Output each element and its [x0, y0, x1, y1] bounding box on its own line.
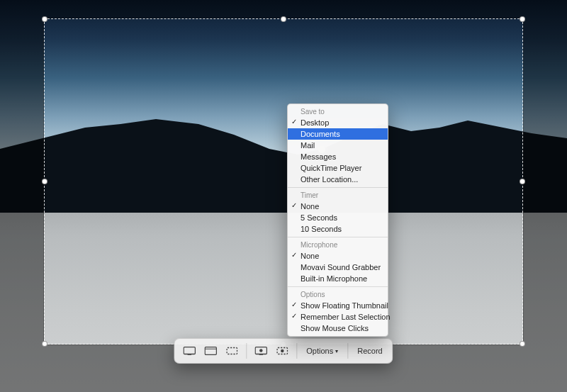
- menu-item[interactable]: QuickTime Player: [288, 162, 388, 174]
- menu-item-label: Show Floating Thumbnail: [301, 301, 388, 310]
- dim-overlay-right: [523, 18, 567, 345]
- svg-rect-2: [184, 347, 195, 354]
- desktop-wallpaper: Options ▾ Record Save to✓DesktopDocument…: [0, 0, 567, 392]
- dim-overlay-left: [0, 18, 44, 345]
- svg-rect-9: [259, 354, 263, 355]
- menu-item-label: None: [301, 202, 319, 211]
- handle-sw[interactable]: [42, 341, 47, 347]
- menu-item[interactable]: Built-in Microphone: [288, 273, 388, 284]
- check-icon: ✓: [291, 311, 297, 321]
- menu-section-header: Save to: [288, 106, 388, 117]
- record-screen-icon: [254, 346, 267, 356]
- menu-section-header: Microphone: [288, 240, 388, 250]
- menu-section-header: Timer: [288, 190, 388, 201]
- menu-item[interactable]: ✓None: [288, 201, 388, 212]
- options-button[interactable]: Options ▾: [301, 341, 344, 361]
- menu-item[interactable]: ✓Desktop: [288, 117, 388, 128]
- menu-item-label: 10 Seconds: [301, 225, 342, 233]
- menu-section-header: Options: [288, 289, 388, 300]
- chevron-down-icon: ▾: [335, 348, 338, 354]
- menu-item-label: QuickTime Player: [301, 164, 361, 172]
- record-label: Record: [357, 347, 382, 355]
- menu-item-label: Built-in Microphone: [301, 274, 367, 283]
- menu-item-label: Remember Last Selection: [301, 313, 391, 321]
- capture-entire-screen-button[interactable]: [179, 341, 199, 361]
- menu-item-label: Messages: [301, 152, 336, 161]
- toolbar-separator: [296, 343, 297, 359]
- screenshot-toolbar: Options ▾ Record: [174, 338, 393, 364]
- handle-ne[interactable]: [520, 16, 525, 22]
- options-menu: Save to✓DesktopDocumentsMailMessagesQuic…: [287, 103, 388, 337]
- menu-item[interactable]: Other Location...: [288, 174, 388, 185]
- menu-item-label: None: [301, 252, 319, 260]
- record-selected-portion-button[interactable]: [272, 341, 292, 361]
- menu-item-label: 5 Seconds: [301, 213, 337, 222]
- check-icon: ✓: [291, 201, 297, 211]
- options-label: Options: [306, 347, 333, 355]
- menu-item[interactable]: ✓Show Floating Thumbnail: [288, 300, 388, 311]
- toolbar-separator: [246, 343, 247, 359]
- menu-item[interactable]: Documents: [288, 128, 388, 140]
- handle-e[interactable]: [520, 179, 525, 184]
- check-icon: ✓: [291, 250, 297, 260]
- record-portion-icon: [276, 346, 288, 356]
- menu-separator: [288, 237, 388, 237]
- menu-item-label: Mail: [301, 141, 315, 150]
- menu-item-label: Show Mouse Clicks: [301, 324, 369, 332]
- svg-rect-6: [227, 348, 237, 354]
- capture-selected-window-button[interactable]: [201, 341, 220, 361]
- selected-portion-icon: [225, 346, 238, 356]
- handle-n[interactable]: [281, 16, 286, 22]
- menu-item[interactable]: 5 Seconds: [288, 212, 388, 223]
- entire-screen-icon: [183, 346, 196, 356]
- menu-item[interactable]: ✓None: [288, 250, 388, 262]
- selected-window-icon: [204, 346, 217, 356]
- menu-item[interactable]: Movavi Sound Grabber: [288, 262, 388, 273]
- capture-selected-portion-button[interactable]: [222, 341, 242, 361]
- menu-separator: [288, 286, 388, 287]
- toolbar-separator: [347, 343, 348, 359]
- menu-item-label: Movavi Sound Grabber: [301, 263, 381, 271]
- svg-point-8: [259, 349, 263, 352]
- svg-point-11: [281, 349, 284, 353]
- menu-item-label: Desktop: [301, 118, 329, 127]
- svg-rect-3: [188, 354, 191, 355]
- check-icon: ✓: [291, 300, 297, 310]
- menu-item[interactable]: Messages: [288, 151, 388, 162]
- menu-separator: [288, 187, 388, 188]
- menu-item[interactable]: Mail: [288, 140, 388, 151]
- capture-selection[interactable]: [44, 18, 523, 345]
- record-entire-screen-button[interactable]: [251, 341, 271, 361]
- handle-se[interactable]: [520, 341, 525, 347]
- record-button[interactable]: Record: [352, 341, 388, 361]
- svg-rect-4: [205, 347, 216, 355]
- handle-nw[interactable]: [42, 16, 47, 22]
- menu-item[interactable]: ✓Remember Last Selection: [288, 311, 388, 323]
- menu-item-label: Other Location...: [301, 175, 358, 184]
- menu-item[interactable]: Show Mouse Clicks: [288, 323, 388, 334]
- check-icon: ✓: [291, 117, 297, 127]
- menu-item-label: Documents: [301, 130, 340, 138]
- handle-w[interactable]: [42, 179, 47, 184]
- menu-item[interactable]: 10 Seconds: [288, 223, 388, 235]
